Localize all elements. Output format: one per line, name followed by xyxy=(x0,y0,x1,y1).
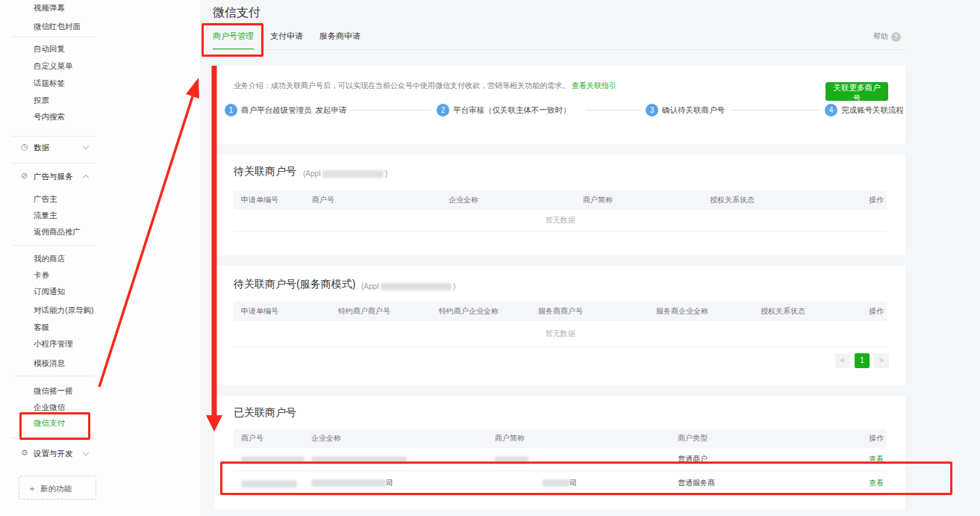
linked-merchants-card: 已关联商户号 商户号 企业全称 商户简称 商户类型 操作 普通商户 查看 司 司… xyxy=(215,396,905,509)
new-features-button[interactable]: ＋ 新的功能 xyxy=(19,476,96,500)
table-row: 普通商户 查看 xyxy=(234,448,887,471)
sidebar-section-label: 广告与服务 xyxy=(34,172,73,182)
sidebar-item-wechat-shake[interactable]: 微信摇一摇 xyxy=(34,386,73,397)
new-features-label: 新的功能 xyxy=(40,484,72,494)
chevron-down-icon xyxy=(83,450,89,456)
sidebar-item-template-message[interactable]: 模板消息 xyxy=(34,358,65,369)
empty-state-text: 暂无数据 xyxy=(234,321,887,347)
sidebar-divider xyxy=(12,136,96,137)
question-mark-icon: ? xyxy=(891,32,901,42)
sidebar-divider xyxy=(12,37,96,37)
merchant-id-redacted xyxy=(241,456,305,464)
linked-merchants-table: 商户号 企业全称 商户简称 商户类型 操作 普通商户 查看 司 司 普通服务商 … xyxy=(234,429,887,496)
business-intro-text: 业务介绍：成功关联商户号后，可以实现在当前公众号中使用微信支付收款，营销等相关功… xyxy=(234,81,569,90)
sidebar-item-vote[interactable]: 投票 xyxy=(34,96,49,106)
sidebar-item-subscribe-notice[interactable]: 订阅通知 xyxy=(34,287,65,297)
col-header: 特约商户商户号 xyxy=(331,306,431,317)
sidebar-divider xyxy=(12,438,96,438)
sidebar-section-label: 数据 xyxy=(34,143,49,153)
step-number-badge: 4 xyxy=(825,104,837,116)
pending-sp-merchants-card: 待关联商户号(服务商模式) (AppI ) 申请单编号 特约商户商户号 特约商户… xyxy=(215,266,905,385)
merchant-type: 普通服务商 xyxy=(670,478,855,488)
col-header: 商户号 xyxy=(234,433,304,444)
col-header: 商户简称 xyxy=(487,433,670,444)
step-label: 平台审核（仅关联主体不一致时） xyxy=(453,105,571,116)
help-link[interactable]: 帮助 ? xyxy=(873,31,901,42)
pending-merchants-title: 待关联商户号 xyxy=(234,165,296,178)
pending-merchants-card: 待关联商户号 (AppI ) 申请单编号 商户号 企业全称 商户简称 授权关系状… xyxy=(215,155,905,255)
sidebar-section-ads-services[interactable]: ⊘ 广告与服务 xyxy=(0,171,104,183)
sidebar-item-video-danmu[interactable]: 视频弹幕 xyxy=(34,3,65,13)
page-title: 微信支付 xyxy=(213,5,260,21)
sidebar-item-search-in-account[interactable]: 号内搜索 xyxy=(34,112,65,122)
initiate-apply-link[interactable]: 发起申请 xyxy=(316,105,347,116)
sidebar-item-advertiser[interactable]: 广告主 xyxy=(34,194,57,205)
empty-state-text: 暂无数据 xyxy=(234,210,887,231)
sidebar-section-settings-dev[interactable]: ⚙ 设置与开发 xyxy=(0,448,104,460)
pagination-page-1[interactable]: 1 xyxy=(855,353,870,368)
company-name-redacted xyxy=(311,456,407,464)
pagination-prev-button[interactable]: < xyxy=(835,353,850,368)
tab-payment-apply[interactable]: 支付申请 xyxy=(270,31,303,50)
view-link[interactable]: 查看 xyxy=(869,479,884,487)
step-3: 3 确认待关联商户号 xyxy=(646,104,725,116)
pending-sp-table: 申请单编号 特约商户商户号 特约商户企业全称 服务商商户号 服务商企业全称 授权… xyxy=(234,302,887,347)
col-header: 商户简称 xyxy=(575,195,702,205)
step-connector xyxy=(349,110,431,111)
pending-sp-title: 待关联商户号(服务商模式) xyxy=(234,278,355,291)
sidebar-item-my-shop[interactable]: 我的商店 xyxy=(34,254,65,264)
pending-merchants-table: 申请单编号 商户号 企业全称 商户简称 授权关系状态 操作 暂无数据 xyxy=(234,190,887,231)
table-row: 司 司 普通服务商 查看 xyxy=(234,471,887,496)
merchant-type: 普通商户 xyxy=(670,454,855,464)
appid-suffix: ) xyxy=(453,282,455,290)
merchant-id-redacted xyxy=(241,480,297,488)
chevron-down-icon xyxy=(83,143,89,149)
sidebar-section-data[interactable]: ◷ 数据 xyxy=(0,142,104,154)
sidebar-item-traffic-owner[interactable]: 流量主 xyxy=(34,211,57,221)
col-header: 商户类型 xyxy=(670,433,855,444)
sidebar-item-dialog-ability[interactable]: 对话能力(原导购) xyxy=(34,305,94,316)
sidebar-divider xyxy=(12,163,96,164)
sidebar-item-customer-service[interactable]: 客服 xyxy=(34,323,49,333)
appid-redacted xyxy=(381,283,452,290)
tab-provider-apply[interactable]: 服务商申请 xyxy=(319,31,361,50)
step-number-badge: 2 xyxy=(437,104,449,116)
pie-chart-icon: ◷ xyxy=(21,142,28,152)
step-4: 4 完成账号关联流程 xyxy=(825,104,904,116)
plus-icon: ＋ xyxy=(28,482,37,495)
sidebar-item-card-coupon[interactable]: 卡券 xyxy=(34,270,49,281)
appid-suffix: ) xyxy=(385,170,387,178)
pagination-next-button[interactable]: > xyxy=(874,353,889,368)
merchant-shortname-redacted xyxy=(543,479,569,487)
sidebar-item-rebate-promo[interactable]: 返佣商品推广 xyxy=(34,227,81,237)
link-more-merchants-button[interactable]: 关联更多商户号 xyxy=(825,82,888,101)
col-header: 操作 xyxy=(855,433,887,444)
step-label: 完成账号关联流程 xyxy=(841,105,904,116)
sidebar-item-redpacket-cover[interactable]: 微信红包封面 xyxy=(34,22,81,32)
table-header-row: 申请单编号 特约商户商户号 特约商户企业全称 服务商商户号 服务商企业全称 授权… xyxy=(234,302,887,321)
sidebar-item-wecom[interactable]: 企业微信 xyxy=(34,402,65,413)
sidebar-divider xyxy=(12,245,96,246)
appid-prefix: (AppI xyxy=(361,282,379,290)
table-header-row: 申请单编号 商户号 企业全称 商户简称 授权关系状态 操作 xyxy=(234,190,887,210)
sidebar-item-miniprogram-mgmt[interactable]: 小程序管理 xyxy=(34,339,73,349)
step-connector xyxy=(586,110,640,111)
intro-card: 业务介绍：成功关联商户号后，可以实现在当前公众号中使用微信支付收款，营销等相关功… xyxy=(215,66,905,144)
col-header: 特约商户企业全称 xyxy=(431,306,531,317)
col-header: 授权关系状态 xyxy=(702,195,853,205)
col-header: 申请单编号 xyxy=(234,306,331,317)
step-label: 确认待关联商户号 xyxy=(662,105,725,116)
sidebar-section-label: 设置与开发 xyxy=(34,449,73,459)
sidebar-item-custom-menu[interactable]: 自定义菜单 xyxy=(34,61,73,72)
sidebar-item-topic-tag[interactable]: 话题标签 xyxy=(34,78,65,89)
chevron-up-icon xyxy=(83,175,89,181)
tab-bar: 商户号管理 支付申请 服务商申请 xyxy=(213,31,361,50)
step-2: 2 平台审核（仅关联主体不一致时） xyxy=(437,104,571,116)
association-guide-link[interactable]: 查看关联指引 xyxy=(572,81,617,90)
sidebar-item-auto-reply[interactable]: 自动回复 xyxy=(34,44,65,55)
pagination: < 1 > xyxy=(835,353,889,368)
view-link[interactable]: 查看 xyxy=(869,455,884,463)
tab-merchant-management[interactable]: 商户号管理 xyxy=(213,31,254,50)
sidebar-item-wechat-pay[interactable]: 微信支付 xyxy=(34,418,65,429)
step-number-badge: 3 xyxy=(646,104,658,116)
